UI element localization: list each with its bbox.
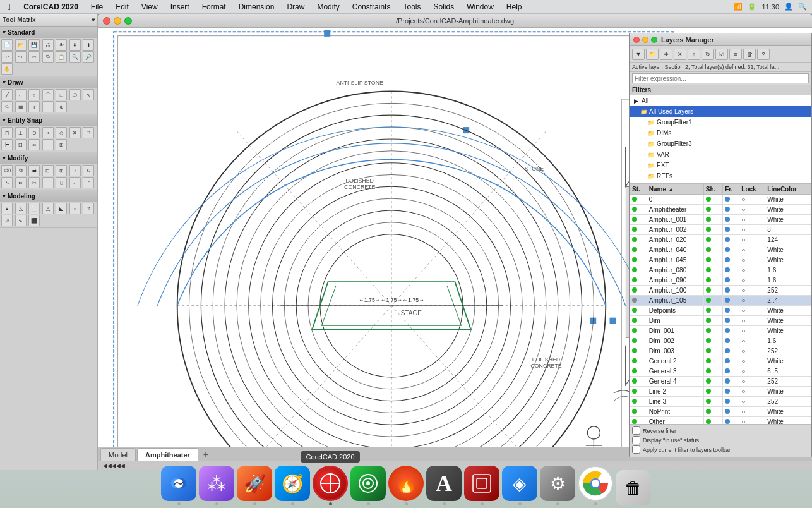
tool-sweep[interactable]: ∿ [15, 215, 27, 226]
vectorworks-icon[interactable] [350, 466, 386, 501]
layer-freeze[interactable] [723, 215, 739, 225]
tool-polyline[interactable]: ⌐ [15, 89, 27, 100]
layer-name[interactable]: General 4 [647, 377, 703, 387]
layers-set-btn[interactable]: ☑ [715, 49, 728, 60]
tool-cut[interactable]: ✂ [28, 51, 40, 63]
section-header-standard[interactable]: Standard [0, 27, 97, 38]
tool-extend[interactable]: → [42, 177, 54, 188]
tool-cylinder[interactable]: ⬜ [28, 203, 40, 214]
tool-break[interactable]: ⌷ [56, 177, 67, 188]
layer-show[interactable] [703, 326, 723, 336]
layer-freeze[interactable] [723, 265, 739, 275]
col-lock[interactable]: Lock [739, 184, 765, 195]
layer-show[interactable] [703, 306, 723, 316]
layer-row[interactable]: Amphi..r_002 ○ 8 [630, 225, 811, 235]
tool-arc[interactable]: ⌒ [42, 89, 54, 100]
apply-filter-checkbox[interactable] [632, 445, 640, 454]
corelcad-icon[interactable] [313, 466, 348, 501]
tool-save[interactable]: 💾 [28, 39, 40, 51]
layer-freeze[interactable] [723, 326, 739, 336]
launchpad-icon[interactable]: 🚀 [237, 466, 272, 501]
layer-row[interactable]: General 2 ○ White [630, 356, 811, 366]
layer-lock[interactable]: ○ [739, 205, 765, 215]
tool-snap-node[interactable]: × [42, 127, 54, 138]
layers-match-btn[interactable]: ≡ [729, 49, 742, 60]
layer-lock[interactable]: ○ [739, 397, 765, 407]
layer-lock[interactable]: ○ [739, 225, 765, 235]
tool-snap-app[interactable]: ⋯ [42, 139, 54, 150]
filter-tree-all[interactable]: ▶ All [630, 95, 811, 106]
layer-name[interactable]: Amphi..r_080 [647, 265, 703, 275]
layer-show[interactable] [703, 225, 723, 235]
layer-row[interactable]: Line 2 ○ White [630, 387, 811, 397]
layer-lock[interactable]: ○ [739, 296, 765, 306]
section-header-modeling[interactable]: Modeling [0, 190, 97, 202]
filter-expression-input[interactable] [632, 73, 809, 83]
tool-copy[interactable]: ⧉ [42, 51, 54, 63]
tool-rotate[interactable]: ↻ [83, 165, 94, 176]
tool-circle[interactable]: ○ [28, 89, 40, 100]
layer-freeze[interactable] [723, 306, 739, 316]
layer-show[interactable] [703, 255, 723, 265]
dock-corelcad[interactable]: CorelCAD 2020 [313, 466, 348, 505]
filter-tree-dims[interactable]: 📁 DIMs [630, 128, 811, 138]
layer-name[interactable]: Amphi..r_045 [647, 255, 703, 265]
layers-delete-btn[interactable]: ✕ [674, 49, 686, 60]
tool-mirror[interactable]: ⇄ [28, 165, 40, 176]
layer-name[interactable]: General 2 [647, 356, 703, 366]
layer-name[interactable]: Dim_001 [647, 326, 703, 336]
layer-lock[interactable]: ○ [739, 356, 765, 366]
layer-name[interactable]: Other [647, 417, 703, 425]
tool-print[interactable]: 🖨 [42, 39, 54, 51]
layer-show[interactable] [703, 235, 723, 245]
layer-freeze[interactable] [723, 255, 739, 265]
tool-sphere[interactable]: △ [15, 203, 27, 214]
tool-trim[interactable]: ✂ [28, 177, 40, 188]
tool-zoom-out[interactable]: 🔎 [83, 51, 94, 63]
layer-row[interactable]: Amphi..r_020 ○ 124 [630, 235, 811, 245]
tool-insert[interactable]: ⊕ [56, 101, 67, 112]
tool-torus[interactable]: ○ [69, 203, 81, 214]
layer-name[interactable]: Amphi..r_001 [647, 215, 703, 225]
tool-offset[interactable]: ⊟ [42, 165, 54, 176]
layer-lock[interactable]: ○ [739, 245, 765, 255]
layer-name[interactable]: General 3 [647, 366, 703, 377]
menu-view[interactable]: View [139, 3, 160, 11]
tool-erase[interactable]: ⌫ [1, 165, 13, 176]
tool-snap-ext[interactable]: ⊞ [56, 139, 67, 150]
dock-font-book[interactable]: A [426, 466, 462, 505]
layer-freeze[interactable] [723, 225, 739, 235]
layer-name[interactable]: Amphitheater [647, 205, 703, 215]
layer-name[interactable]: Amphi..r_090 [647, 275, 703, 286]
apple-menu[interactable]:  [5, 2, 13, 12]
tool-polygon[interactable]: ⬡ [69, 89, 81, 100]
layer-row[interactable]: Dim ○ White [630, 316, 811, 326]
tool-cone[interactable]: △ [42, 203, 54, 214]
layer-name[interactable]: Line 2 [647, 387, 703, 397]
layer-lock[interactable]: ○ [739, 235, 765, 245]
layer-show[interactable] [703, 275, 723, 286]
layers-filter-btn[interactable]: ▼ [632, 49, 645, 60]
layer-row[interactable]: General 3 ○ 6..5 [630, 366, 811, 377]
layer-lock[interactable]: ○ [739, 326, 765, 336]
tool-ellipse[interactable]: ⬭ [1, 101, 13, 112]
layer-show[interactable] [703, 286, 723, 296]
layer-row[interactable]: 0 ○ White [630, 195, 811, 205]
layer-freeze[interactable] [723, 366, 739, 377]
tool-snap-center[interactable]: ⊙ [28, 127, 40, 138]
layer-lock[interactable]: ○ [739, 366, 765, 377]
layer-row[interactable]: Amphi..r_045 ○ White [630, 255, 811, 265]
layers-folder-btn[interactable]: 📁 [646, 49, 659, 60]
app-store-icon[interactable]: ◈ [502, 466, 537, 501]
menu-constraints[interactable]: Constraints [350, 3, 393, 11]
layer-freeze[interactable] [723, 336, 739, 346]
layer-row[interactable]: Amphitheater ○ White [630, 205, 811, 215]
tool-array[interactable]: ⊞ [56, 165, 67, 176]
filter-tree-group3[interactable]: 📁 GroupFilter3 [630, 138, 811, 149]
layer-show[interactable] [703, 387, 723, 397]
layer-show[interactable] [703, 215, 723, 225]
parallels-icon[interactable] [464, 466, 499, 501]
menu-file[interactable]: File [88, 3, 105, 11]
layers-minimize-button[interactable] [642, 37, 648, 43]
menu-help[interactable]: Help [504, 3, 525, 11]
